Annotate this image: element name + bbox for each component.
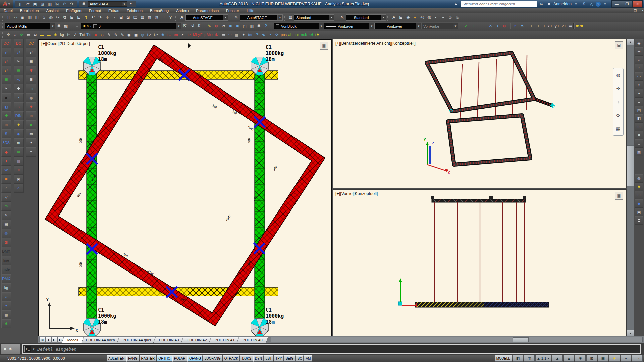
viewport-control-icon[interactable]: ▣ (615, 192, 623, 200)
stage-rotl-icon[interactable]: ⟲ (260, 32, 267, 38)
palette-icon[interactable]: ⊞ (14, 147, 24, 157)
palette-icon[interactable]: ✚ (1, 157, 11, 166)
status-toggle[interactable]: DYN (253, 355, 264, 362)
hide-objects-icon[interactable]: − (477, 23, 484, 30)
palette-icon[interactable]: ▦ (635, 148, 643, 156)
toolbar-handle[interactable] (387, 15, 389, 21)
ucs-named-icon[interactable]: ∟▤ (564, 23, 572, 30)
visualstyle-realistic-icon[interactable]: ● (412, 14, 419, 21)
stage-zoom-icon[interactable]: ⊕ (12, 32, 18, 38)
palette-icon[interactable]: ◍ (635, 174, 643, 183)
palette-icon[interactable]: ▤ (14, 66, 24, 75)
designcenter-icon[interactable]: ▦ (139, 14, 146, 21)
search-input[interactable] (461, 1, 537, 7)
stage-rotr-icon[interactable]: ⟳ (274, 32, 280, 38)
layer-isolate-icon[interactable]: ⇵ (196, 23, 203, 30)
command-close-icon[interactable]: ✕ (3, 347, 7, 351)
nav-pan-icon[interactable]: ✛ (616, 86, 620, 91)
stage-tz1-icon[interactable]: t↗ (146, 32, 153, 38)
clean-screen-button[interactable]: ▭ (632, 355, 643, 362)
palette-icon[interactable]: ▭ (26, 129, 36, 138)
autostage-workspace-combo[interactable]: AutoSTAGE ▼ (5, 23, 55, 29)
stage-refresh-icon[interactable]: ⟳ (18, 32, 25, 38)
palette-icon[interactable]: ▭ (635, 72, 643, 81)
palette-icon[interactable]: ⊕ (635, 56, 643, 64)
stage-err-icon[interactable]: err (173, 32, 179, 38)
point-style-icon[interactable]: ✕ (487, 23, 494, 30)
layout-tab[interactable]: PDF DIN A4 quer (117, 337, 157, 343)
layout-tab[interactable]: PDF DIN A3 (153, 337, 185, 343)
palette-icon[interactable]: ✹ (26, 102, 36, 111)
zoom-previous-icon[interactable]: ⊠ (125, 14, 132, 21)
palette-icon[interactable]: ⊟ (635, 191, 643, 199)
status-toggle[interactable]: SC (296, 355, 304, 362)
stage-gear-icon[interactable]: ✺ (159, 32, 166, 38)
status-toggle[interactable]: RASTER (140, 355, 157, 362)
named-views-icon[interactable]: ◈ (405, 14, 412, 21)
maximize-button[interactable]: ❐ (622, 0, 632, 8)
visualstyle-wireframe-icon[interactable]: ◎ (419, 14, 426, 21)
open-icon[interactable]: ▱ (12, 14, 19, 21)
viewport-front[interactable]: [+][Vorne][Konzeptuell] ▣ (333, 189, 627, 336)
layer-previous-icon[interactable]: ⇲ (189, 23, 196, 30)
palette-icon[interactable]: ✱ (26, 66, 36, 75)
stage-mby-icon[interactable]: Mby (193, 32, 200, 38)
qat-print-icon[interactable]: ⎘ (54, 1, 61, 7)
stage-clock-icon[interactable]: ◔ (267, 32, 274, 38)
palette-icon[interactable]: ▤ (635, 106, 643, 114)
lineweight-combo[interactable]: VonLayer ▼ (324, 23, 374, 29)
scroll-down-icon[interactable]: ▼ (627, 330, 634, 336)
command-input[interactable]: >_ ▼ Befehl eingeben (22, 344, 641, 354)
search-binoculars-icon[interactable]: ∞ (538, 1, 545, 7)
ucs-world-icon[interactable]: ∟ (529, 23, 536, 30)
stage-grid-icon[interactable]: ▦ (233, 32, 240, 38)
palette-icon[interactable]: ◔ (635, 64, 643, 72)
stage-red-box-icon[interactable]: ◆ (92, 32, 99, 38)
tab-next-button[interactable]: ▶ (51, 337, 57, 342)
pan-icon[interactable]: ✛ (104, 14, 111, 21)
palette-icon[interactable]: W (1, 166, 11, 175)
palette-icon[interactable]: ◆ (14, 129, 24, 138)
toolbar-handle[interactable] (230, 15, 231, 21)
zoom-realtime-icon[interactable]: ◔ (111, 14, 118, 21)
publish-icon[interactable]: ⌂ (40, 14, 47, 21)
palette-icon[interactable]: ⇄ (1, 48, 11, 57)
palette-icon[interactable]: ◔ (1, 184, 11, 193)
palette-icon[interactable]: ✶ (26, 138, 36, 147)
palette-icon[interactable]: ✎ (1, 211, 11, 220)
status-bulb-button[interactable]: ✹ (609, 355, 620, 362)
palette-icon[interactable]: ✛ (635, 47, 643, 56)
layout-tab[interactable]: PDF DIN A1 (209, 337, 240, 343)
layout-space-button[interactable]: ◫ (524, 355, 535, 362)
layout-tab[interactable]: PDF DIN A4 hoch (80, 337, 121, 343)
palette-icon[interactable]: s (14, 102, 24, 111)
visualstyle-hidden-icon[interactable]: ◍ (426, 14, 433, 21)
model-button[interactable]: MODELL (495, 355, 512, 362)
stage-beam-icon[interactable]: ⊢ (65, 32, 72, 38)
palette-icon[interactable]: ◍ (1, 229, 11, 238)
text-style-combo[interactable]: AutoSTAGE ▼ (185, 14, 228, 21)
qat-open-icon[interactable]: ▱ (24, 1, 31, 7)
doc-minimize-icon[interactable]: — (625, 8, 631, 13)
scrollbar-thumb[interactable] (513, 337, 529, 342)
stage-ruler2-icon[interactable]: ▬ (45, 32, 52, 38)
annotation-scale-button[interactable]: ▲ 1:1 ▼ (535, 355, 551, 362)
status-toggle[interactable]: FANG (126, 355, 139, 362)
palette-icon[interactable]: ◧ (635, 114, 643, 123)
toolbar-handle[interactable] (71, 23, 72, 29)
palette-icon[interactable]: kg (1, 283, 11, 292)
palette-icon[interactable]: ◆ (26, 120, 36, 129)
status-toggle[interactable]: POLAR (172, 355, 187, 362)
dim-style-combo[interactable]: AutoSTAGE ▼ (240, 14, 283, 21)
palette-icon[interactable]: DC (1, 39, 11, 48)
doc-close-icon[interactable]: ✕ (639, 8, 644, 13)
toolbar-handle[interactable] (284, 15, 286, 21)
match-properties-icon[interactable]: ↯ (83, 14, 90, 21)
palette-icon[interactable]: ∟ (635, 139, 643, 148)
palette-icon[interactable]: DIN (14, 111, 24, 120)
menu-item[interactable]: Hilfe (243, 8, 258, 13)
undo-icon[interactable]: ↶ (90, 14, 97, 21)
palette-icon[interactable]: ◇ (635, 81, 643, 89)
ucs-x-icon[interactable]: ∟x (543, 23, 550, 30)
stage-help-icon[interactable]: ? (254, 32, 260, 38)
